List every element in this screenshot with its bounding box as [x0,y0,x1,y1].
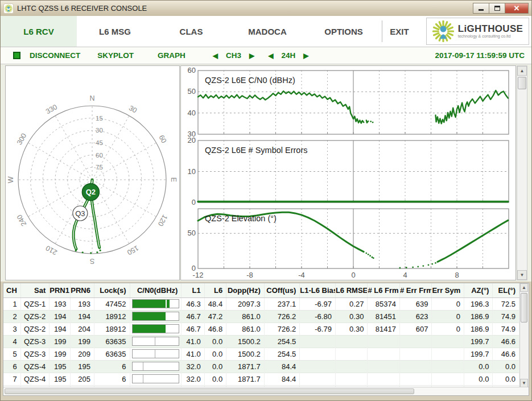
svg-text:15: 15 [96,115,103,122]
channel-table: CHSatPRN1PRN6Lock(s)C/N0(dBHz)L1L6Dopp(H… [3,283,519,387]
svg-text:S: S [90,257,94,265]
table-row-ch2[interactable]: 2QZS-21941941891246.747.2861.0726.2-6.80… [3,310,519,323]
svg-text:300: 300 [15,132,28,146]
skyplot-button[interactable]: SKYPLOT [97,51,134,60]
column-header-sat: Sat [20,283,49,297]
scroll-up-arrow-icon[interactable]: ▲ [520,283,528,292]
cell-lock: 47452 [94,297,130,310]
close-button[interactable]: ✕ [505,3,529,14]
cell-prn6: 194 [70,310,94,323]
cn0-bar [130,323,182,335]
svg-text:QZS-2 L6E C/N0 (dBHz): QZS-2 L6E C/N0 (dBHz) [205,76,295,85]
svg-text:QZS-2 L6E # Symbol Errors: QZS-2 L6E # Symbol Errors [205,146,308,155]
menu-tab-l6-msg[interactable]: L6 MSG [77,16,153,47]
cell-prn1: 199 [50,348,70,360]
table-row-ch5[interactable]: 5QZS-31992096363541.00.01500.2254.5199.7… [3,348,519,360]
svg-text:E: E [170,177,178,182]
table-horizontal-scrollbar[interactable] [3,387,529,395]
scroll-down-arrow-icon[interactable]: ▼ [517,270,527,280]
cell-coff: 726.2 [264,310,300,323]
time-series-charts: 30405060QZS-2 L6E C/N0 (dBHz)01020QZS-2 … [181,66,515,280]
cell-l6: 47.2 [204,310,226,323]
graph-button[interactable]: GRAPH [158,51,185,60]
svg-text:60: 60 [96,152,103,159]
menu-tab-clas[interactable]: CLAS [153,16,229,47]
column-header-errsym: Err Sym [432,283,464,297]
svg-text:240: 240 [15,213,28,228]
svg-text:150: 150 [126,244,140,257]
maximize-icon [494,6,500,11]
table-scrollbar-thumb[interactable] [521,293,527,323]
range-next-arrow-icon[interactable]: ▶ [303,52,308,60]
minimize-button[interactable] [473,3,489,14]
table-row-ch3[interactable]: 3QZS-21942041891246.746.8861.0726.2-6.79… [3,323,519,335]
cell-bias: -6.97 [300,297,336,310]
svg-text:210: 210 [44,244,59,257]
cell-ch: 2 [3,310,20,323]
lighthouse-sunburst-icon [5,5,13,13]
channel-prev-arrow-icon[interactable]: ◀ [213,52,218,60]
lighthouse-sunburst-icon [432,20,454,42]
cell-ch: 1 [3,297,20,310]
cell-errfrm [399,360,432,373]
svg-text:-8: -8 [246,271,253,279]
cn0-bar [130,297,182,310]
cell-errfrm: 607 [399,323,432,335]
menu-tab-options[interactable]: OPTIONS [306,16,382,47]
table-scrollbar[interactable]: ▲ ▼ [519,283,529,387]
cell-errsym: 0 [432,310,464,323]
channel-next-arrow-icon[interactable]: ▶ [249,52,254,60]
menu-tab-madoca[interactable]: MADOCA [229,16,306,47]
svg-text:60: 60 [157,134,168,144]
cell-az: 186.9 [464,323,492,335]
svg-text:0: 0 [192,198,196,206]
scroll-up-arrow-icon[interactable]: ▲ [517,66,527,76]
cell-el: 74.9 [493,323,519,335]
cell-sat: QZS-3 [20,348,49,360]
connection-status-led-icon [13,52,20,59]
column-header-rmse: L6 RMSE [335,283,368,297]
cell-bias: -6.80 [300,310,336,323]
cell-errsym [432,360,464,373]
charts-scrollbar-thumb[interactable] [518,77,526,89]
cell-bias [300,348,336,360]
svg-text:0: 0 [351,271,355,279]
cell-errfrm: 623 [399,310,432,323]
table-horizontal-scrollbar-thumb[interactable] [5,388,414,394]
svg-text:Q2: Q2 [86,188,96,196]
cell-bias [300,360,336,373]
svg-text:30: 30 [127,104,138,115]
cell-l6: 0.0 [204,348,226,360]
cell-prn1: 194 [50,310,70,323]
table-row-ch1[interactable]: 1QZS-11931934745246.348.42097.3237.1-6.9… [3,297,519,310]
charts-scrollbar[interactable]: ▲ ▼ [517,65,527,280]
cell-coff: 726.2 [264,323,300,335]
menu-item-exit[interactable]: EXIT [382,16,416,47]
scroll-down-arrow-icon[interactable]: ▼ [520,379,528,387]
table-row-ch7[interactable]: 7QZS-4195205632.00.01871.784.40.00.0 [3,373,519,385]
titlebar: LHTC QZSS L6 RECEIVER CONSOLE ✕ [1,1,531,16]
cell-dopp: 2097.3 [226,297,265,310]
cell-el: 74.9 [493,310,519,323]
maximize-button[interactable] [489,3,505,14]
cell-az: 199.7 [464,348,492,360]
svg-text:50: 50 [188,229,196,237]
cell-rmse [335,348,368,360]
table-row-ch6[interactable]: 6QZS-4195195632.00.01871.784.40.00.0 [3,360,519,373]
disconnect-button[interactable]: DISCONNECT [30,51,80,60]
svg-text:75: 75 [96,164,103,171]
cell-prn1: 195 [50,360,70,373]
svg-text:120: 120 [156,213,170,228]
cell-ch: 4 [3,335,20,348]
cell-bias [300,335,336,348]
cell-el: 0.0 [493,373,519,385]
table-row-ch4[interactable]: 4QZS-31991996363541.00.01500.2254.5199.7… [3,335,519,348]
cell-rmse: 0.27 [335,297,368,310]
range-prev-arrow-icon[interactable]: ◀ [268,52,273,60]
menu-tab-l6-rcv[interactable]: L6 RCV [1,16,77,47]
menu-tabs: L6 RCVL6 MSGCLASMADOCAOPTIONS [1,16,382,47]
charts-panel: 30405060QZS-2 L6E C/N0 (dBHz)01020QZS-2 … [180,65,516,280]
cell-sat: QZS-2 [20,310,49,323]
range-value: 24H [282,51,296,60]
cell-l1: 46.3 [182,297,204,310]
